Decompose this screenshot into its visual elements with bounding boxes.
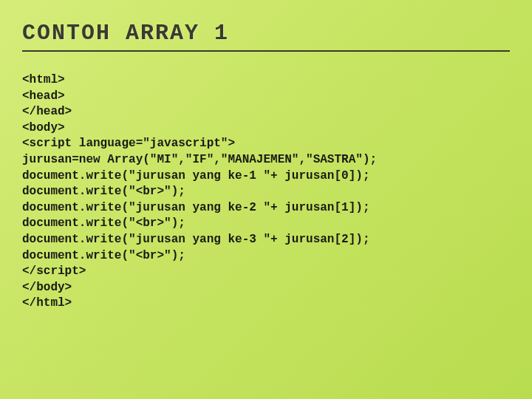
slide-title: CONTOH ARRAY 1 (22, 21, 510, 52)
code-block: <html> <head> </head> <body> <script lan… (22, 72, 510, 312)
